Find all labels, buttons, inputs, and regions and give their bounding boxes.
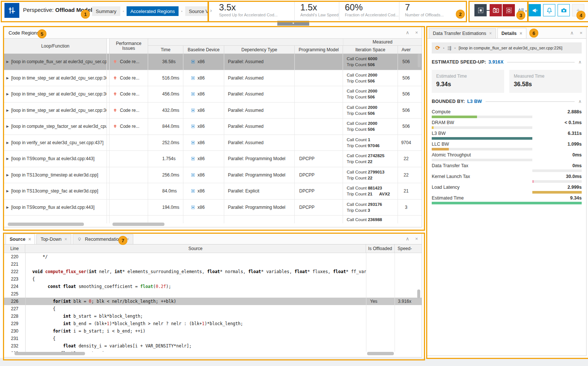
whats-new-button[interactable] (529, 4, 541, 16)
col-line[interactable]: Line (4, 244, 25, 253)
col-performance-issues[interactable]: Performance Issues (110, 39, 148, 54)
column-splitter[interactable] (107, 183, 110, 199)
source-line[interactable]: 221 (4, 260, 422, 268)
gpu-chip-icon[interactable] (503, 4, 515, 16)
tab-accelerated-regions[interactable]: Accelerated Regions (127, 6, 179, 16)
col-is-offloaded[interactable]: Is Offloaded (366, 244, 395, 253)
col-dependency-type[interactable]: Dependency Type (224, 46, 295, 54)
vertical-scrollbar[interactable] (417, 289, 420, 298)
col-speedup[interactable]: Speed- (395, 244, 422, 253)
source-line[interactable]: 227 { (4, 305, 422, 312)
bar-value: 1.099s (568, 142, 582, 147)
device-connector (487, 10, 490, 11)
col-baseline-device[interactable]: Baseline Device (183, 46, 224, 54)
expander-icon[interactable]: ▶ (6, 76, 9, 80)
horizontal-scrollbar-offload[interactable] (367, 352, 394, 355)
toolbar-collapse-handle[interactable]: ▾ (277, 21, 309, 26)
source-line[interactable]: 230 for(int i = b_start; i < b_end; ++i) (4, 327, 422, 335)
snapshot-button[interactable] (558, 4, 570, 16)
source-line[interactable]: 229 int b_end = (blk+1)*block_length > n… (4, 320, 422, 327)
collapse-panel-icon[interactable]: ∧ (570, 30, 574, 36)
table-row[interactable]: ▶ [loop in time_step_ser at euler3d_cpu_… (4, 103, 422, 119)
table-row[interactable]: ▶ [loop in TS9comp_flux at euler3d.cpp:4… (4, 200, 422, 216)
bounded-by-bar: LLC BW 1.099s (432, 142, 582, 150)
table-row[interactable]: ▶ [loop in TS13comp_step_fac at euler3d.… (4, 183, 422, 200)
speedup-cell (395, 335, 422, 342)
close-panel-icon[interactable]: × (415, 30, 418, 35)
expander-icon[interactable]: ▶ (6, 189, 9, 193)
source-line[interactable]: 226 for(int blk = 0; blk < nelr/block_le… (4, 298, 422, 305)
close-panel-icon[interactable]: × (415, 236, 418, 242)
source-line[interactable]: 222 void compute_flux_ser(int nelr, int*… (4, 268, 422, 275)
average-cell: 506 (398, 86, 414, 102)
expander-icon[interactable]: ▶ (6, 124, 9, 128)
horizontal-scrollbar-left[interactable] (8, 223, 84, 226)
source-line[interactable]: 220 */ (4, 253, 422, 260)
table-row[interactable]: ▶ [loop in time_step_ser at euler3d_cpu_… (4, 70, 422, 87)
performance-issue-label: Code re... (120, 124, 140, 129)
tab-details[interactable]: Details × (497, 28, 526, 38)
column-splitter[interactable] (107, 86, 110, 102)
source-line[interactable]: 231 { (4, 335, 422, 342)
close-icon[interactable]: × (65, 237, 67, 242)
expander-icon[interactable]: ▶ (6, 108, 9, 112)
horizontal-scrollbar[interactable] (14, 352, 85, 355)
table-row[interactable]: ▶ [loop in TS13comp_timestep at euler3d.… (4, 167, 422, 184)
table-row[interactable]: ▶ [loop in compute_step_factor_ser at eu… (4, 119, 422, 135)
collapse-section-icon[interactable]: ∧ (578, 59, 582, 65)
column-splitter[interactable] (107, 151, 110, 167)
megaphone-icon (531, 7, 539, 14)
tab-source[interactable]: Source × (6, 234, 35, 244)
column-splitter[interactable] (107, 39, 110, 54)
close-icon[interactable]: × (489, 31, 492, 36)
tab-top-down[interactable]: Top-Down × (36, 234, 71, 244)
column-splitter[interactable] (107, 216, 110, 223)
source-line[interactable]: 223 { (4, 275, 422, 283)
col-iteration-space[interactable]: Iteration Space (343, 46, 398, 54)
column-splitter[interactable] (107, 103, 110, 119)
vertical-scrollbar[interactable] (418, 54, 421, 67)
table-row[interactable]: ▶ [loop in compute_flux_ser at euler3d_c… (4, 54, 422, 70)
table-row[interactable]: Call Count 236988 (4, 216, 422, 223)
column-splitter[interactable] (107, 70, 110, 86)
source-line[interactable]: 232 float density_i = variables[i + VAR_… (4, 342, 422, 350)
expander-icon[interactable]: ▶ (6, 157, 9, 161)
col-programming-model[interactable]: Programming Model (295, 46, 343, 54)
column-splitter[interactable] (107, 119, 110, 135)
col-source[interactable]: Source (25, 244, 366, 253)
collapse-panel-icon[interactable]: ∧ (406, 236, 409, 242)
table-row[interactable]: ▶ [loop in time_step_ser at euler3d_cpu_… (4, 86, 422, 103)
compare-icon[interactable]: ⇶ (447, 45, 451, 51)
expander-icon[interactable]: ▶ (6, 60, 9, 64)
horizontal-scrollbar-right[interactable] (112, 223, 164, 226)
expander-icon[interactable]: ▶ (6, 173, 9, 177)
column-splitter[interactable] (107, 200, 110, 216)
source-line[interactable]: 228 int b_start = blk*block_length; (4, 312, 422, 320)
collapse-section-icon[interactable]: ∧ (578, 99, 582, 104)
bar-value: 2.888s (568, 109, 582, 115)
column-splitter[interactable] (107, 167, 110, 183)
cpu-device-icon[interactable] (474, 4, 487, 16)
tab-summary[interactable]: Summary (92, 6, 120, 16)
col-average[interactable]: Aver (398, 46, 414, 54)
expander-icon[interactable]: ▶ (6, 205, 9, 209)
collapse-panel-icon[interactable]: ∧ (406, 30, 409, 35)
col-loop-function[interactable]: Loop/Function (4, 39, 107, 54)
source-line[interactable]: 224 const float smoothing_coefficient = … (4, 283, 422, 290)
column-splitter[interactable] (107, 54, 110, 70)
notifications-button[interactable] (543, 4, 555, 16)
table-row[interactable]: ▶ [loop in TS9comp_flux at euler3d.cpp:4… (4, 151, 422, 167)
collapse-metrics-button[interactable]: › (210, 7, 212, 13)
close-icon[interactable]: × (28, 237, 31, 242)
close-icon[interactable]: × (520, 31, 522, 36)
tab-data-transfer-estimations[interactable]: Data Transfer Estimations × (429, 28, 496, 38)
column-splitter[interactable] (107, 135, 110, 151)
close-panel-icon[interactable]: × (579, 30, 582, 36)
table-row[interactable]: ▶ [loop in verify_ser at euler3d_cpu_ser… (4, 135, 422, 151)
gpu-device-icon[interactable] (490, 4, 502, 16)
col-time[interactable]: Time (148, 46, 183, 54)
refresh-icon[interactable]: ⟳ (435, 45, 440, 51)
expander-icon[interactable]: ▶ (6, 141, 9, 145)
source-line[interactable]: 225 (4, 290, 422, 298)
expander-icon[interactable]: ▶ (6, 92, 9, 96)
